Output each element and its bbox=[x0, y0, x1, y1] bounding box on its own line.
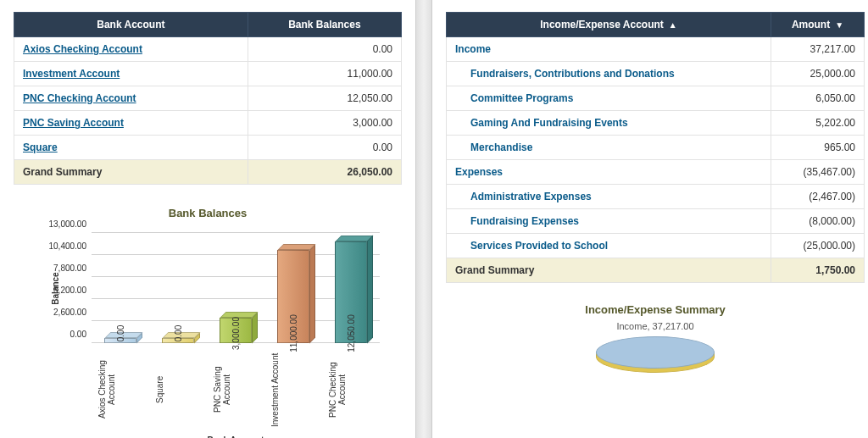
category-label[interactable]: Expenses bbox=[447, 160, 771, 185]
pie-slice-label: Income, 37,217.00 bbox=[446, 321, 865, 331]
summary-value: 26,050.00 bbox=[248, 160, 401, 185]
col-bank-balances[interactable]: Bank Balances bbox=[248, 13, 401, 37]
summary-label: Grand Summary bbox=[14, 160, 248, 185]
amount-cell: (35,467.00) bbox=[771, 160, 865, 185]
subcategory-label[interactable]: Committee Programs bbox=[447, 86, 771, 111]
amount-cell: (2,467.00) bbox=[771, 185, 865, 209]
bar-value-label: 3,000.00 bbox=[231, 317, 241, 350]
category-row: Income37,217.00 bbox=[447, 37, 865, 62]
panel-divider[interactable] bbox=[415, 0, 432, 438]
x-tick-label: Square bbox=[155, 352, 201, 428]
bank-account-table: Bank Account Bank Balances Axios Checkin… bbox=[14, 12, 402, 185]
income-expense-table: Income/Expense Account Amount Income37,2… bbox=[446, 12, 865, 283]
bar-value-label: 11,000.00 bbox=[289, 314, 298, 352]
amount-cell: 6,050.00 bbox=[771, 86, 865, 111]
balance-cell: 0.00 bbox=[248, 37, 401, 62]
category-label[interactable]: Income bbox=[447, 37, 771, 62]
bar: 0.00 bbox=[162, 338, 194, 343]
balance-cell: 11,000.00 bbox=[248, 62, 401, 86]
subcategory-label[interactable]: Gaming And Fundraising Events bbox=[447, 111, 771, 136]
balance-cell: 3,000.00 bbox=[248, 111, 401, 136]
amount-cell: (8,000.00) bbox=[771, 209, 865, 234]
y-tick-label: 0.00 bbox=[70, 330, 86, 339]
subcategory-label[interactable]: Fundraising Expenses bbox=[447, 209, 771, 234]
y-tick-label: 10,400.00 bbox=[49, 241, 87, 251]
income-expense-chart: Income/Expense Summary Income, 37,217.00 bbox=[446, 303, 865, 377]
x-tick-label: PNC Saving Account bbox=[213, 352, 259, 428]
bar-value-label: 0.00 bbox=[116, 325, 125, 341]
summary-label: Grand Summary bbox=[447, 258, 771, 283]
subcategory-row: Services Provided to School(25,000.00) bbox=[447, 234, 865, 258]
chart-title: Bank Balances bbox=[14, 207, 402, 219]
x-tick-label: PNC Checking Account bbox=[328, 352, 374, 428]
table-row: PNC Checking Account12,050.00 bbox=[14, 86, 402, 111]
table-row: Investment Account11,000.00 bbox=[14, 62, 402, 86]
bank-balances-chart: Bank Balances Balance 0.002,600.005,200.… bbox=[14, 207, 402, 438]
amount-cell: 965.00 bbox=[771, 136, 865, 160]
y-tick-label: 5,200.00 bbox=[53, 286, 86, 295]
amount-cell: 25,000.00 bbox=[771, 62, 865, 86]
amount-cell: 37,217.00 bbox=[771, 37, 865, 62]
amount-cell: (25,000.00) bbox=[771, 234, 865, 258]
balance-cell: 0.00 bbox=[248, 136, 401, 160]
y-tick-label: 13,000.00 bbox=[49, 219, 87, 229]
balance-cell: 12,050.00 bbox=[248, 86, 401, 111]
col-amount[interactable]: Amount bbox=[771, 13, 865, 37]
subcategory-row: Gaming And Fundraising Events5,202.00 bbox=[447, 111, 865, 136]
subcategory-row: Merchandise965.00 bbox=[447, 136, 865, 160]
amount-cell: 5,202.00 bbox=[771, 111, 865, 136]
subcategory-label[interactable]: Merchandise bbox=[447, 136, 771, 160]
subcategory-label[interactable]: Fundraisers, Contributions and Donations bbox=[447, 62, 771, 86]
account-link[interactable]: Axios Checking Account bbox=[23, 43, 142, 55]
bar: 3,000.00 bbox=[220, 318, 252, 343]
subcategory-row: Committee Programs6,050.00 bbox=[447, 86, 865, 111]
subcategory-row: Administrative Expenses(2,467.00) bbox=[447, 185, 865, 209]
subcategory-row: Fundraisers, Contributions and Donations… bbox=[447, 62, 865, 86]
summary-value: 1,750.00 bbox=[771, 258, 865, 283]
bar: 0.00 bbox=[104, 338, 136, 343]
chart-title: Income/Expense Summary bbox=[446, 303, 865, 316]
table-row: Square0.00 bbox=[14, 136, 402, 160]
account-link[interactable]: Square bbox=[23, 141, 58, 153]
pie-graphic bbox=[596, 336, 715, 377]
table-row: PNC Saving Account3,000.00 bbox=[14, 111, 402, 136]
col-bank-account[interactable]: Bank Account bbox=[14, 13, 248, 37]
bar-value-label: 12,050.00 bbox=[347, 314, 356, 352]
bar: 12,050.00 bbox=[335, 241, 367, 344]
account-link[interactable]: PNC Saving Account bbox=[23, 117, 124, 129]
subcategory-label[interactable]: Services Provided to School bbox=[447, 234, 771, 258]
y-tick-label: 2,600.00 bbox=[53, 308, 86, 317]
subcategory-row: Fundraising Expenses(8,000.00) bbox=[447, 209, 865, 234]
bar-value-label: 0.00 bbox=[174, 325, 183, 341]
x-tick-label: Investment Account bbox=[270, 352, 316, 428]
table-row: Axios Checking Account0.00 bbox=[14, 37, 402, 62]
category-row: Expenses(35,467.00) bbox=[447, 160, 865, 185]
bank-summary-row: Grand Summary 26,050.00 bbox=[14, 160, 402, 185]
ie-summary-row: Grand Summary 1,750.00 bbox=[447, 258, 865, 283]
account-link[interactable]: PNC Checking Account bbox=[23, 92, 136, 104]
x-tick-label: Axios Checking Account bbox=[97, 352, 143, 428]
bar: 11,000.00 bbox=[277, 250, 309, 343]
subcategory-label[interactable]: Administrative Expenses bbox=[447, 185, 771, 209]
y-tick-label: 7,800.00 bbox=[53, 263, 86, 273]
col-income-expense-account[interactable]: Income/Expense Account bbox=[447, 13, 771, 37]
account-link[interactable]: Investment Account bbox=[23, 68, 120, 80]
